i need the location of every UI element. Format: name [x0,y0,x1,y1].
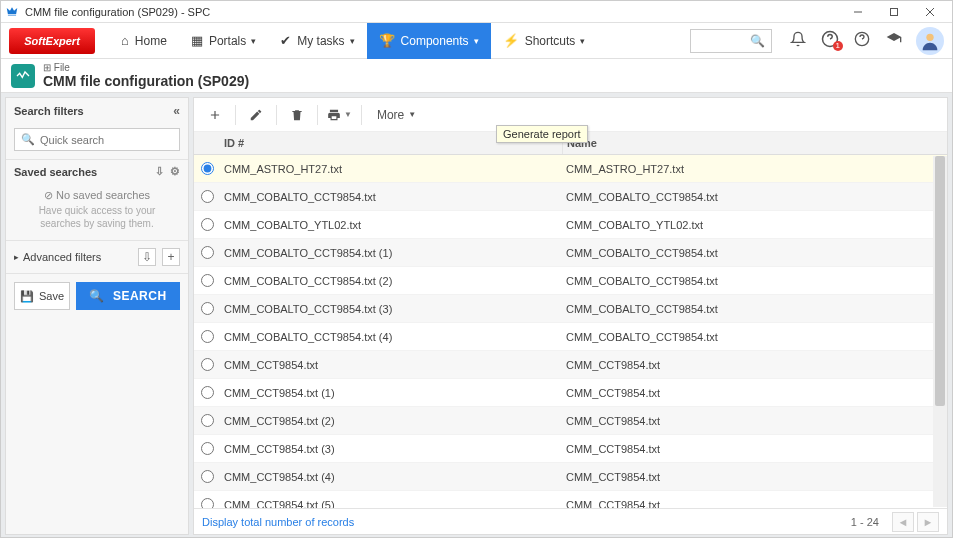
table-row[interactable]: CMM_COBALTO_CCT9854.txt (4)CMM_COBALTO_C… [194,323,947,351]
module-icon [11,64,35,88]
row-name: CMM_ASTRO_HT27.txt [562,163,947,175]
print-button[interactable]: ▼ [323,101,356,129]
table-row[interactable]: CMM_CCT9854.txt (3)CMM_CCT9854.txt [194,435,947,463]
save-icon: 💾 [20,290,34,303]
pager-next-button[interactable]: ► [917,512,939,532]
svg-point-8 [926,33,933,40]
more-label: More [377,108,404,122]
search-icon: 🔍 [89,289,105,303]
quick-search[interactable]: 🔍 [14,128,180,151]
window-close-button[interactable] [912,1,948,23]
scrollbar[interactable] [933,156,947,507]
add-button[interactable] [200,101,230,129]
row-radio[interactable] [201,330,214,343]
filters-label: Search filters [14,105,84,117]
edit-button[interactable] [241,101,271,129]
row-radio[interactable] [201,162,214,175]
collapse-icon[interactable]: « [173,104,180,118]
table-row[interactable]: CMM_CCT9854.txt (5)CMM_CCT9854.txt [194,491,947,508]
nav-components[interactable]: 🏆 Components ▾ [367,23,491,59]
row-name: CMM_CCT9854.txt [562,443,947,455]
row-radio[interactable] [201,190,214,203]
caret-down-icon: ▼ [408,110,416,119]
top-nav: SoftExpert ⌂ Home ▦ Portals ▾ ✔ My tasks… [1,23,952,59]
table-row[interactable]: CMM_COBALTO_CCT9854.txtCMM_COBALTO_CCT98… [194,183,947,211]
nav-home[interactable]: ⌂ Home [109,23,179,59]
row-id: CMM_CCT9854.txt (1) [220,387,562,399]
filters-header[interactable]: Search filters « [6,98,188,124]
row-name: CMM_COBALTO_YTL02.txt [562,219,947,231]
row-radio[interactable] [201,246,214,259]
help-badge-count: 1 [833,41,843,51]
save-label: Save [39,290,64,302]
nav-portals[interactable]: ▦ Portals ▾ [179,23,268,59]
user-avatar[interactable] [916,27,944,55]
plus-icon[interactable]: + [162,248,180,266]
delete-button[interactable] [282,101,312,129]
caret-down-icon: ▾ [350,36,355,46]
help-icon[interactable] [849,31,875,51]
scrollbar-thumb[interactable] [935,156,945,406]
row-radio[interactable] [201,302,214,315]
window-title: CMM file configuration (SP029) - SPC [25,6,840,18]
table-footer: Display total number of records 1 - 24 ◄… [194,508,947,534]
display-total-link[interactable]: Display total number of records [202,516,354,528]
caret-down-icon: ▼ [344,110,352,119]
graduation-icon[interactable] [881,31,907,51]
saved-searches-header[interactable]: Saved searches ⇩ ⚙ [6,159,188,183]
row-radio[interactable] [201,498,214,508]
search-button[interactable]: 🔍 SEARCH [76,282,180,310]
window-titlebar: CMM file configuration (SP029) - SPC [1,1,952,23]
brand-logo[interactable]: SoftExpert [9,28,95,54]
page-title: CMM file configuration (SP029) [43,73,249,89]
table-row[interactable]: CMM_COBALTO_CCT9854.txt (1)CMM_COBALTO_C… [194,239,947,267]
row-name: CMM_COBALTO_CCT9854.txt [562,247,947,259]
row-radio[interactable] [201,414,214,427]
advanced-filters[interactable]: ▸ Advanced filters ⇩ + [6,240,188,274]
window-minimize-button[interactable] [840,1,876,23]
breadcrumb: ⊞ File [43,62,249,73]
global-search-input[interactable] [697,35,750,47]
row-id: CMM_COBALTO_CCT9854.txt (1) [220,247,562,259]
pin-icon[interactable]: ⇩ [155,165,164,178]
nav-mytasks[interactable]: ✔ My tasks ▾ [268,23,366,59]
row-name: CMM_CCT9854.txt [562,415,947,427]
table-row[interactable]: CMM_COBALTO_YTL02.txtCMM_COBALTO_YTL02.t… [194,211,947,239]
row-radio[interactable] [201,218,214,231]
pager-prev-button[interactable]: ◄ [892,512,914,532]
col-name-header[interactable]: Name [562,132,947,154]
table-row[interactable]: CMM_COBALTO_CCT9854.txt (3)CMM_COBALTO_C… [194,295,947,323]
pin-icon[interactable]: ⇩ [138,248,156,266]
more-button[interactable]: More ▼ [367,101,426,129]
help-badge-icon[interactable]: 1 [817,30,843,52]
row-name: CMM_CCT9854.txt [562,471,947,483]
table-row[interactable]: CMM_COBALTO_CCT9854.txt (2)CMM_COBALTO_C… [194,267,947,295]
bolt-icon: ⚡ [503,33,519,48]
table-row[interactable]: CMM_CCT9854.txt (2)CMM_CCT9854.txt [194,407,947,435]
table-row[interactable]: CMM_CCT9854.txtCMM_CCT9854.txt [194,351,947,379]
search-icon: 🔍 [21,133,35,146]
quick-search-input[interactable] [40,134,178,146]
row-id: CMM_ASTRO_HT27.txt [220,163,562,175]
window-maximize-button[interactable] [876,1,912,23]
table-row[interactable]: CMM_CCT9854.txt (1)CMM_CCT9854.txt [194,379,947,407]
content-panel: ▼ More ▼ Generate report ID # Name CMM_A… [193,97,948,535]
row-radio[interactable] [201,470,214,483]
print-tooltip: Generate report [496,125,588,143]
nav-components-label: Components [401,34,469,48]
global-search[interactable]: 🔍 [690,29,772,53]
row-id: CMM_CCT9854.txt (2) [220,415,562,427]
notifications-icon[interactable] [785,31,811,51]
row-radio[interactable] [201,274,214,287]
gear-icon[interactable]: ⚙ [170,165,180,178]
nav-shortcuts[interactable]: ⚡ Shortcuts ▾ [491,23,598,59]
row-name: CMM_CCT9854.txt [562,387,947,399]
saved-hint: Have quick access to your searches by sa… [6,204,188,240]
table-row[interactable]: CMM_ASTRO_HT27.txtCMM_ASTRO_HT27.txt [194,155,947,183]
save-search-button[interactable]: 💾 Save [14,282,70,310]
row-radio[interactable] [201,386,214,399]
row-radio[interactable] [201,442,214,455]
table-row[interactable]: CMM_CCT9854.txt (4)CMM_CCT9854.txt [194,463,947,491]
chevron-right-icon: ▸ [14,252,19,262]
row-radio[interactable] [201,358,214,371]
